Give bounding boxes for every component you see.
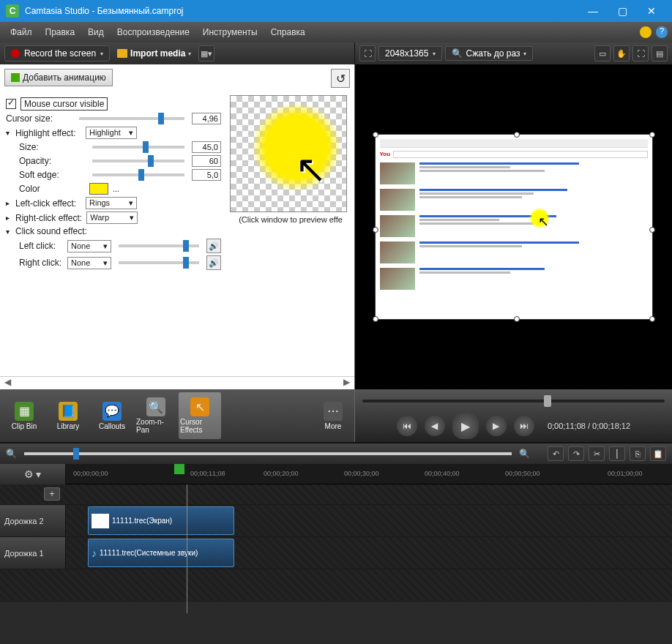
menu-edit[interactable]: Правка (40, 25, 81, 40)
record-button[interactable]: Record the screen▾ (4, 45, 110, 61)
chevron-down-icon[interactable]: ▾ (6, 129, 10, 137)
undo-button[interactable]: ↶ (548, 446, 564, 461)
left-click-sound-select[interactable]: None▾ (67, 240, 111, 252)
cursor-size-value[interactable]: 4,96 (192, 113, 221, 124)
canvas[interactable]: You ↖ (355, 64, 672, 389)
clip-video[interactable]: 11111.trec(Экран) (88, 506, 234, 535)
menu-play[interactable]: Воспроизведение (111, 25, 195, 40)
marker-icon[interactable] (174, 464, 184, 474)
zoom-dropdown[interactable]: 🔍 Сжать до раз▾ (445, 46, 532, 61)
tab-callouts[interactable]: 💬 Callouts (91, 392, 133, 439)
maximize-button[interactable]: ▢ (608, 0, 637, 22)
right-click-volume-slider[interactable] (119, 261, 199, 264)
color-label: Color (19, 184, 85, 194)
ruler-label: 00;00;50;00 (505, 470, 540, 477)
step-fwd-button[interactable]: ▶ (486, 416, 507, 436)
menu-file[interactable]: Файл (4, 25, 38, 40)
left-click-effect-select[interactable]: Rings▾ (86, 197, 137, 209)
menu-help[interactable]: Справка (265, 25, 311, 40)
reset-button[interactable]: ↺ (331, 69, 350, 88)
folder-icon (117, 49, 127, 58)
opacity-label: Opacity: (19, 156, 85, 166)
chevron-right-icon[interactable]: ▸ (6, 199, 10, 207)
add-track-button[interactable]: + (44, 487, 60, 501)
ruler-label: 00;00;20;00 (264, 470, 299, 477)
timeline-settings-button[interactable]: ⚙ ▾ (0, 464, 66, 484)
redo-button[interactable]: ↷ (568, 446, 584, 461)
split-button[interactable]: ⎮ (609, 446, 625, 461)
more-icon: ⋯ (324, 402, 343, 421)
minimize-button[interactable]: — (578, 0, 608, 22)
timeline-tracks: + Дорожка 2 11111.trec(Экран) Дорожка 1 … (0, 484, 672, 613)
cut-button[interactable]: ✂ (589, 446, 605, 461)
track-2-header[interactable]: Дорожка 2 (0, 505, 66, 536)
dimensions-button[interactable]: 2048x1365▾ (378, 46, 442, 61)
speaker-icon[interactable]: 🔊 (206, 255, 221, 270)
fullscreen-icon[interactable]: ⛶ (632, 45, 649, 61)
detach-icon[interactable]: ▭ (594, 45, 611, 61)
timeline-ruler[interactable]: ⚙ ▾ 00;00;00;00 00;00;11;08 00;00;20;00 … (0, 464, 672, 484)
next-frame-button[interactable]: ⏭ (514, 416, 534, 436)
video-frame[interactable]: You ↖ (375, 134, 653, 320)
size-value[interactable]: 45,0 (192, 141, 221, 153)
right-click-sound-select[interactable]: None▾ (67, 257, 111, 269)
import-media-button[interactable]: Import media▾ (113, 46, 195, 61)
paste-button[interactable]: 📋 (650, 446, 666, 461)
playhead[interactable] (187, 484, 187, 613)
scrubber[interactable] (362, 394, 665, 408)
track-1-header[interactable]: Дорожка 1 (0, 537, 66, 569)
canvas-size-icon[interactable]: ⛶ (359, 45, 376, 61)
opacity-value[interactable]: 60 (192, 155, 221, 167)
timeline-zoom-slider[interactable] (24, 452, 512, 455)
left-click-volume-slider[interactable] (119, 244, 199, 247)
panels-icon[interactable]: ▤ (652, 45, 668, 61)
help-icon[interactable]: ? (656, 26, 668, 38)
color-picker[interactable] (89, 183, 108, 195)
opacity-slider[interactable] (92, 160, 184, 162)
clip-audio[interactable]: ♪ 11111.trec(Системные звуки) (88, 539, 234, 567)
tab-more[interactable]: ⋯ More (315, 392, 351, 439)
video-content: You (376, 135, 652, 319)
tab-clip-bin[interactable]: ▦ Clip Bin (3, 392, 45, 439)
next-panel-button[interactable]: ▶ (343, 377, 350, 389)
cursor-visible-label: Mouse cursor visible (20, 97, 108, 111)
menu-tools[interactable]: Инструменты (197, 25, 264, 40)
window-title: Camtasia Studio - Безымянный.camproj (25, 6, 578, 16)
ruler-label: 00;00;00;00 (73, 470, 108, 477)
pan-icon[interactable]: ✋ (613, 45, 630, 61)
cursor-visible-checkbox[interactable] (6, 99, 16, 109)
zoom-out-icon[interactable]: 🔍 (6, 449, 17, 459)
tab-cursor-effects[interactable]: ↖ Cursor Effects (179, 392, 221, 439)
cursor-icon: ↖ (538, 214, 549, 230)
zoom-in-icon[interactable]: 🔍 (519, 449, 530, 459)
tab-zoom[interactable]: 🔍 Zoom-n-Pan (135, 392, 177, 439)
cursor-size-slider[interactable] (79, 117, 184, 120)
chevron-right-icon[interactable]: ▸ (6, 214, 10, 222)
highlight-effect-select[interactable]: Highlight▾ (86, 127, 137, 139)
play-button[interactable]: ▶ (452, 413, 479, 439)
prev-frame-button[interactable]: ⏮ (397, 416, 417, 436)
ruler-label: 00;01;00;00 (608, 470, 643, 477)
ruler-label: 00;00;30;00 (344, 470, 379, 477)
speaker-icon[interactable]: 🔊 (206, 239, 221, 253)
top-toolbar: Record the screen▾ Import media▾ ▦▾ ⛶ 20… (0, 42, 672, 64)
close-button[interactable]: ✕ (637, 0, 666, 22)
size-slider[interactable] (92, 146, 184, 149)
right-click-effect-select[interactable]: Warp▾ (86, 211, 138, 224)
step-back-button[interactable]: ◀ (425, 416, 445, 436)
effects-panel: Добавить анимацию ↺ Mouse cursor visible… (0, 64, 355, 442)
prev-panel-button[interactable]: ◀ (4, 377, 11, 389)
add-animation-button[interactable]: Добавить анимацию (4, 69, 113, 86)
chevron-down-icon[interactable]: ▾ (6, 228, 10, 236)
record-icon (11, 49, 20, 58)
tips-icon[interactable] (640, 26, 652, 38)
menu-view[interactable]: Вид (82, 25, 110, 40)
effect-preview[interactable]: ↖ (230, 95, 347, 212)
tab-library[interactable]: 📘 Library (47, 392, 89, 439)
soft-edge-value[interactable]: 5,0 (192, 169, 221, 181)
soft-edge-slider[interactable] (92, 173, 184, 176)
track-1[interactable]: Дорожка 1 ♪ 11111.trec(Системные звуки) (0, 537, 672, 569)
track-2[interactable]: Дорожка 2 11111.trec(Экран) (0, 505, 672, 537)
produce-button[interactable]: ▦▾ (198, 45, 214, 61)
copy-button[interactable]: ⎘ (630, 446, 646, 461)
